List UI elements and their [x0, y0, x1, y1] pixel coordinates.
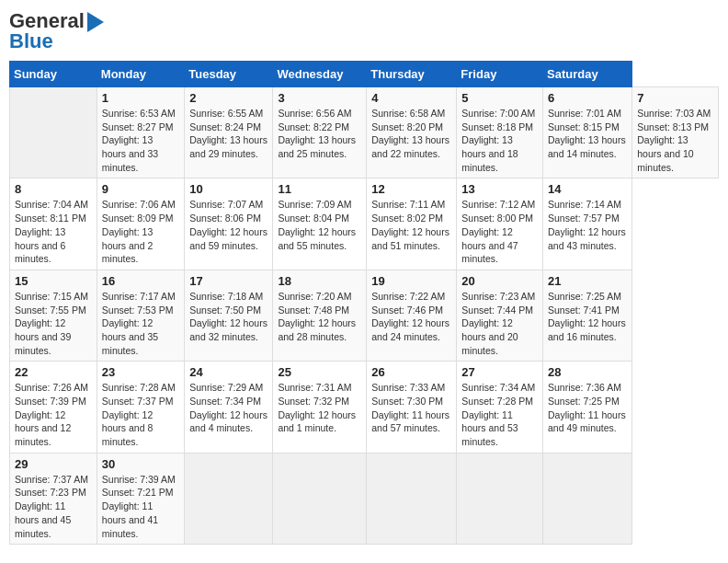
daylight: Daylight: 12 hours and 47 minutes. [461, 226, 518, 264]
sunset: Sunset: 8:02 PM [371, 213, 443, 224]
sunrise: Sunrise: 7:33 AM [371, 382, 445, 393]
sunrise: Sunrise: 7:01 AM [548, 108, 621, 119]
sunset: Sunset: 8:06 PM [189, 213, 261, 224]
calendar-cell: 23 Sunrise: 7:28 AM Sunset: 7:37 PM Dayl… [97, 362, 184, 453]
calendar-cell [457, 453, 543, 544]
calendar-cell: 21 Sunrise: 7:25 AM Sunset: 7:41 PM Dayl… [543, 270, 632, 361]
calendar-cell: 11 Sunrise: 7:09 AM Sunset: 8:04 PM Dayl… [273, 178, 367, 270]
day-number: 15 [15, 274, 92, 288]
sunset: Sunset: 8:00 PM [461, 213, 533, 224]
daylight: Daylight: 12 hours and 43 minutes. [548, 226, 626, 251]
calendar-cell: 17 Sunrise: 7:18 AM Sunset: 7:50 PM Dayl… [185, 270, 273, 361]
day-info: Sunrise: 7:01 AM Sunset: 8:15 PM Dayligh… [548, 107, 627, 161]
daylight: Daylight: 13 hours and 29 minutes. [189, 134, 267, 159]
sunset: Sunset: 8:22 PM [278, 121, 349, 132]
calendar-cell: 4 Sunrise: 6:58 AM Sunset: 8:20 PM Dayli… [367, 87, 457, 178]
logo-blue: Blue [9, 29, 53, 53]
day-info: Sunrise: 7:29 AM Sunset: 7:34 PM Dayligh… [189, 381, 267, 435]
calendar-cell: 10 Sunrise: 7:07 AM Sunset: 8:06 PM Dayl… [185, 178, 273, 270]
header-friday: Friday [457, 62, 543, 87]
sunrise: Sunrise: 7:00 AM [461, 108, 535, 119]
calendar-cell: 25 Sunrise: 7:31 AM Sunset: 7:32 PM Dayl… [273, 362, 367, 453]
calendar-header: Sunday Monday Tuesday Wednesday Thursday… [10, 62, 719, 87]
day-number: 26 [371, 365, 451, 379]
sunset: Sunset: 7:57 PM [548, 213, 620, 224]
day-info: Sunrise: 7:14 AM Sunset: 7:57 PM Dayligh… [548, 198, 627, 252]
sunrise: Sunrise: 7:37 AM [15, 474, 88, 485]
day-info: Sunrise: 7:12 AM Sunset: 8:00 PM Dayligh… [461, 198, 538, 265]
sunset: Sunset: 7:41 PM [548, 304, 620, 316]
daylight: Daylight: 11 hours and 57 minutes. [371, 409, 449, 434]
calendar-cell: 14 Sunrise: 7:14 AM Sunset: 7:57 PM Dayl… [543, 178, 632, 270]
calendar-cell: 20 Sunrise: 7:23 AM Sunset: 7:44 PM Dayl… [457, 270, 543, 361]
sunrise: Sunrise: 7:09 AM [278, 199, 351, 210]
sunset: Sunset: 7:53 PM [102, 304, 174, 316]
day-info: Sunrise: 7:39 AM Sunset: 7:21 PM Dayligh… [102, 473, 179, 540]
header-saturday: Saturday [543, 62, 632, 87]
daylight: Daylight: 13 hours and 14 minutes. [548, 134, 626, 159]
calendar-cell: 7 Sunrise: 7:03 AM Sunset: 8:13 PM Dayli… [632, 87, 719, 178]
sunrise: Sunrise: 7:34 AM [461, 382, 535, 393]
sunrise: Sunrise: 6:58 AM [371, 108, 445, 119]
sunset: Sunset: 7:23 PM [15, 487, 86, 498]
header-row: Sunday Monday Tuesday Wednesday Thursday… [10, 62, 719, 87]
day-number: 11 [278, 182, 361, 196]
daylight: Daylight: 12 hours and 12 minutes. [15, 409, 71, 447]
sunrise: Sunrise: 7:28 AM [102, 382, 176, 393]
sunset: Sunset: 8:15 PM [548, 121, 620, 132]
daylight: Daylight: 12 hours and 32 minutes. [189, 317, 267, 342]
calendar-cell [367, 453, 457, 544]
day-number: 10 [189, 182, 267, 196]
sunset: Sunset: 7:21 PM [102, 487, 174, 498]
calendar-cell: 12 Sunrise: 7:11 AM Sunset: 8:02 PM Dayl… [367, 178, 457, 270]
sunset: Sunset: 8:11 PM [15, 213, 86, 224]
day-info: Sunrise: 7:26 AM Sunset: 7:39 PM Dayligh… [15, 381, 92, 448]
calendar-cell [543, 453, 632, 544]
sunset: Sunset: 7:55 PM [15, 304, 86, 316]
daylight: Daylight: 13 hours and 10 minutes. [637, 134, 693, 172]
sunrise: Sunrise: 7:25 AM [548, 291, 621, 302]
daylight: Daylight: 13 hours and 18 minutes. [461, 134, 518, 172]
sunrise: Sunrise: 7:04 AM [15, 199, 88, 210]
sunrise: Sunrise: 7:29 AM [189, 382, 263, 393]
day-number: 18 [278, 274, 361, 288]
day-number: 12 [371, 182, 451, 196]
day-number: 23 [102, 365, 179, 379]
calendar-cell [10, 87, 97, 178]
daylight: Daylight: 12 hours and 39 minutes. [15, 317, 71, 355]
sunrise: Sunrise: 7:14 AM [548, 199, 621, 210]
calendar-cell: 2 Sunrise: 6:55 AM Sunset: 8:24 PM Dayli… [185, 87, 273, 178]
daylight: Daylight: 13 hours and 25 minutes. [278, 134, 356, 159]
daylight: Daylight: 12 hours and 20 minutes. [461, 317, 518, 355]
header-tuesday: Tuesday [185, 62, 273, 87]
header-thursday: Thursday [367, 62, 457, 87]
daylight: Daylight: 11 hours and 41 minutes. [102, 500, 158, 538]
sunrise: Sunrise: 7:12 AM [461, 199, 535, 210]
header-wednesday: Wednesday [273, 62, 367, 87]
sunrise: Sunrise: 7:22 AM [371, 291, 445, 302]
sunrise: Sunrise: 6:55 AM [189, 108, 263, 119]
daylight: Daylight: 13 hours and 2 minutes. [102, 226, 153, 264]
day-number: 27 [461, 365, 538, 379]
sunrise: Sunrise: 7:20 AM [278, 291, 351, 302]
day-number: 29 [15, 457, 92, 471]
calendar-cell: 5 Sunrise: 7:00 AM Sunset: 8:18 PM Dayli… [457, 87, 543, 178]
logo: General Blue [9, 9, 104, 53]
daylight: Daylight: 11 hours and 45 minutes. [15, 500, 71, 538]
calendar-cell: 29 Sunrise: 7:37 AM Sunset: 7:23 PM Dayl… [10, 453, 97, 544]
daylight: Daylight: 11 hours and 49 minutes. [548, 409, 626, 434]
daylight: Daylight: 13 hours and 33 minutes. [102, 134, 158, 172]
day-info: Sunrise: 7:25 AM Sunset: 7:41 PM Dayligh… [548, 290, 627, 344]
page-header: General Blue [9, 9, 719, 53]
sunset: Sunset: 7:34 PM [189, 396, 261, 407]
day-info: Sunrise: 7:22 AM Sunset: 7:46 PM Dayligh… [371, 290, 451, 344]
day-number: 24 [189, 365, 267, 379]
daylight: Daylight: 12 hours and 16 minutes. [548, 317, 626, 342]
day-info: Sunrise: 7:15 AM Sunset: 7:55 PM Dayligh… [15, 290, 92, 357]
day-info: Sunrise: 6:58 AM Sunset: 8:20 PM Dayligh… [371, 107, 451, 161]
sunrise: Sunrise: 7:26 AM [15, 382, 88, 393]
calendar-cell [185, 453, 273, 544]
sunset: Sunset: 7:48 PM [278, 304, 349, 316]
calendar-cell: 22 Sunrise: 7:26 AM Sunset: 7:39 PM Dayl… [10, 362, 97, 453]
sunset: Sunset: 7:39 PM [15, 396, 86, 407]
